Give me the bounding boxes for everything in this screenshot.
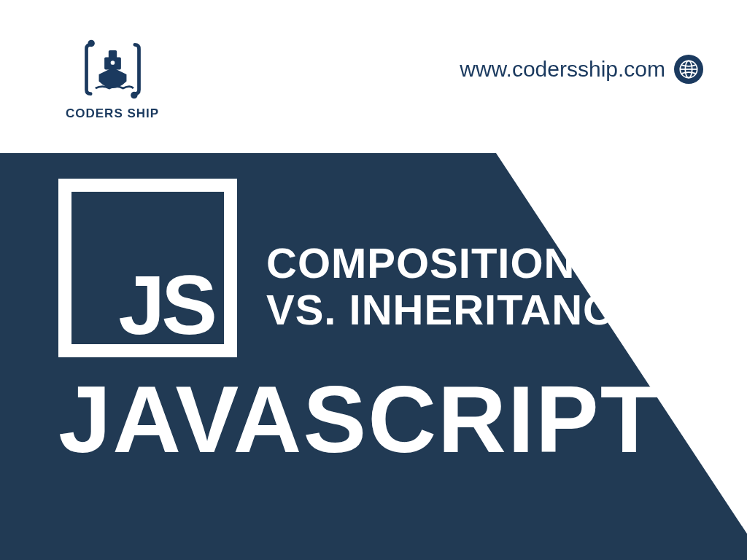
header: CODERS SHIP www.codersship.com (0, 0, 747, 153)
url-area: www.codersship.com (460, 55, 703, 84)
subtitle-block: COMPOSITION VS. INHERITANCE (266, 240, 643, 333)
svg-point-4 (110, 61, 115, 65)
subtitle-line-1: COMPOSITION (266, 240, 643, 287)
svg-point-0 (88, 40, 94, 47)
title-row: JS COMPOSITION VS. INHERITANCE (58, 179, 747, 357)
main-content-area: JS COMPOSITION VS. INHERITANCE JAVASCRIP… (0, 153, 747, 560)
js-logo-text: JS (118, 271, 214, 338)
content-block: JS COMPOSITION VS. INHERITANCE JAVASCRIP… (0, 153, 747, 560)
main-title: JAVASCRIPT (58, 372, 747, 467)
logo-text: CODERS SHIP (66, 106, 159, 121)
ship-logo-icon (78, 36, 147, 102)
globe-icon (674, 55, 703, 84)
website-url: www.codersship.com (460, 57, 665, 82)
svg-rect-3 (108, 50, 116, 58)
js-logo-icon: JS (58, 179, 237, 357)
svg-point-1 (131, 92, 137, 98)
logo-area: CODERS SHIP (66, 36, 159, 121)
subtitle-line-2: VS. INHERITANCE (266, 287, 643, 333)
